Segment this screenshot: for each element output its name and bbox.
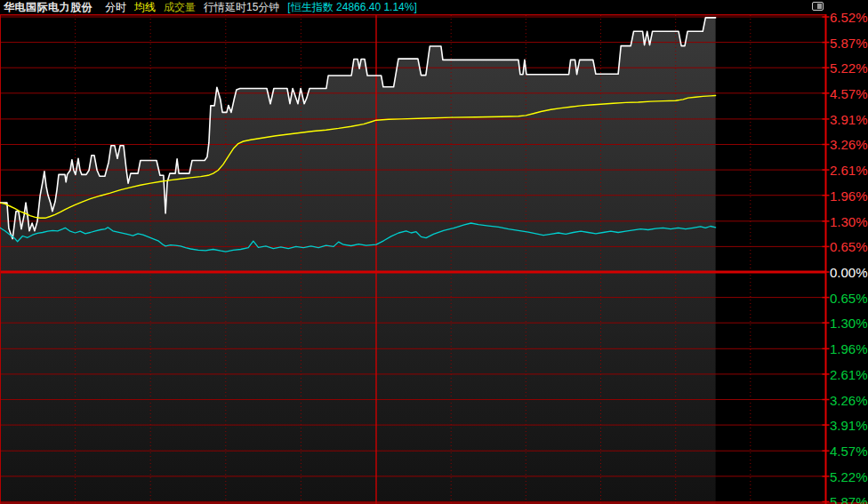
intraday-chart[interactable]: [0, 14, 868, 504]
hang-seng-quote: [恒生指数 24866.40 1.14%]: [287, 0, 416, 14]
chart-area[interactable]: 6.52%5.87%5.22%4.57%3.91%3.26%2.61%1.96%…: [0, 14, 868, 504]
toggle-ma-line[interactable]: 均线: [134, 0, 156, 14]
tab-minute-chart[interactable]: 分时: [105, 0, 126, 14]
stock-intraday-panel: 华电国际电力股份 分时 均线 成交量 行情延时15分钟 [恒生指数 24866.…: [0, 0, 868, 504]
chart-header: 华电国际电力股份 分时 均线 成交量 行情延时15分钟 [恒生指数 24866.…: [0, 0, 868, 14]
panel-toggle-icon[interactable]: [812, 2, 824, 11]
price-fill-area: [0, 18, 716, 504]
toggle-volume[interactable]: 成交量: [164, 0, 196, 14]
stock-name: 华电国际电力股份: [4, 0, 92, 14]
panel-toggle-icon-fill: [817, 4, 822, 9]
delay-notice: 行情延时15分钟: [204, 0, 279, 14]
